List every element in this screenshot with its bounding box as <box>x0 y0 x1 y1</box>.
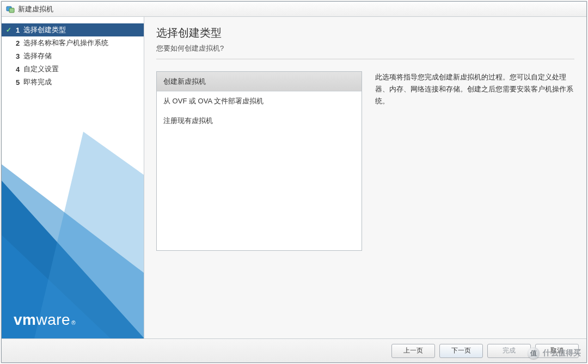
step-label: 选择创建类型 <box>23 25 66 35</box>
step-ready-to-complete[interactable]: 5 即将完成 <box>2 76 144 89</box>
step-select-name-guest-os[interactable]: 2 选择名称和客户机操作系统 <box>2 36 144 50</box>
watermark: 值 什么值得买 <box>528 347 581 359</box>
vm-icon <box>6 5 15 14</box>
wizard-steps: 1 选择创建类型 2 选择名称和客户机操作系统 3 选择存储 4 自定义设置 5 <box>2 17 144 89</box>
step-label: 自定义设置 <box>23 64 59 74</box>
step-label: 即将完成 <box>23 77 52 87</box>
wizard-sidebar: 1 选择创建类型 2 选择名称和客户机操作系统 3 选择存储 4 自定义设置 5 <box>2 17 144 338</box>
next-button[interactable]: 下一页 <box>439 344 483 358</box>
vmware-logo: vmware® <box>14 311 76 329</box>
creation-type-options: 创建新虚拟机 从 OVF 或 OVA 文件部署虚拟机 注册现有虚拟机 <box>156 71 362 251</box>
back-button[interactable]: 上一页 <box>391 344 435 358</box>
content-row: 创建新虚拟机 从 OVF 或 OVA 文件部署虚拟机 注册现有虚拟机 此选项将指… <box>156 71 574 332</box>
option-register-existing-vm[interactable]: 注册现有虚拟机 <box>157 111 362 131</box>
step-select-creation-type[interactable]: 1 选择创建类型 <box>2 23 144 36</box>
window-title: 新建虚拟机 <box>18 4 53 14</box>
dialog-body: 1 选择创建类型 2 选择名称和客户机操作系统 3 选择存储 4 自定义设置 5 <box>2 17 586 338</box>
step-label: 选择存储 <box>23 51 52 61</box>
wizard-main: 选择创建类型 您要如何创建虚拟机? 创建新虚拟机 从 OVF 或 OVA 文件部… <box>144 17 586 338</box>
option-label: 注册现有虚拟机 <box>163 116 213 126</box>
step-customize-settings[interactable]: 4 自定义设置 <box>2 63 144 76</box>
option-create-new-vm[interactable]: 创建新虚拟机 <box>157 72 362 91</box>
step-label: 选择名称和客户机操作系统 <box>23 38 108 48</box>
option-label: 从 OVF 或 OVA 文件部署虚拟机 <box>163 96 264 106</box>
option-description: 此选项将指导您完成创建新虚拟机的过程。您可以自定义处理器、内存、网络连接和存储。… <box>375 71 574 332</box>
watermark-badge-icon: 值 <box>528 347 540 359</box>
option-label: 创建新虚拟机 <box>163 77 206 87</box>
watermark-text: 什么值得买 <box>543 348 581 358</box>
titlebar: 新建虚拟机 <box>2 2 586 17</box>
svg-marker-5 <box>34 132 144 338</box>
svg-rect-1 <box>9 8 14 13</box>
wizard-footer: 上一页 下一页 完成 取消 <box>2 338 586 362</box>
new-vm-wizard-dialog: 新建虚拟机 1 选择创建类型 2 选择名称和客户机操作系统 3 选择存储 4 <box>1 1 587 363</box>
sidebar-background-art <box>2 132 144 338</box>
step-select-storage[interactable]: 3 选择存储 <box>2 50 144 63</box>
finish-button[interactable]: 完成 <box>487 344 531 358</box>
page-subtitle: 您要如何创建虚拟机? <box>156 44 574 59</box>
option-deploy-from-ovf-ova[interactable]: 从 OVF 或 OVA 文件部署虚拟机 <box>157 91 362 111</box>
page-heading: 选择创建类型 <box>156 26 574 40</box>
